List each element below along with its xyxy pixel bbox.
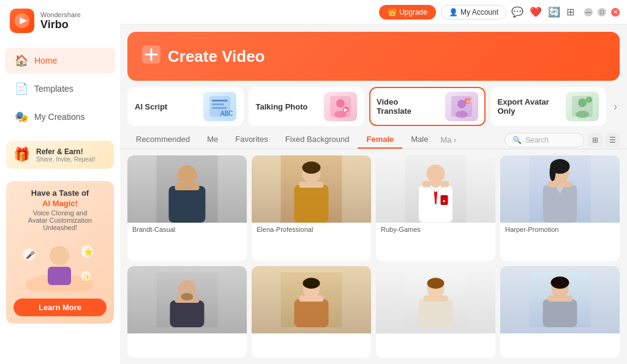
sidebar-item-creations-label: My Creations [34,112,84,122]
grid-icon[interactable]: ⊞ [566,6,574,18]
create-video-icon [142,45,160,68]
grid-view-button[interactable]: ⊞ [588,133,603,147]
tab-male[interactable]: Male [402,131,437,149]
feature-card-export-avatar[interactable]: Export Avatar Only ↑ [490,87,607,126]
list-view-button[interactable]: ☰ [605,133,620,147]
avatar-img-ruby: ★ [376,155,495,223]
refer-title: Refer & Earn! [36,147,96,156]
refresh-icon[interactable]: 🔄 [548,6,560,18]
svg-rect-4 [48,267,71,285]
svg-rect-60 [170,300,205,327]
titlebar-icons: 💬 ❤️ 🔄 ⊞ [511,6,574,18]
search-placeholder: Search [525,136,549,144]
promo-highlight: AI Magic! [13,199,107,208]
svg-rect-46 [422,181,449,187]
avatar-tabs: Recommended Me Favorites Fixed Backgroun… [120,126,627,149]
svg-rect-66 [299,295,324,302]
create-video-banner[interactable]: Create Video [127,32,620,81]
svg-text:AB: AB [466,99,472,103]
avatar-img-5 [127,266,247,333]
svg-point-72 [427,278,445,289]
avatar-label-elena: Elena-Professional [252,223,371,236]
maximize-button[interactable]: □ [598,8,606,17]
avatar-card-7[interactable] [376,266,495,358]
talking-photo-thumb: ▶ [324,92,357,121]
feature-card-talking-photo[interactable]: Talking Photo ▶ [249,87,365,126]
video-translate-label: VideoTranslate [377,97,440,116]
svg-text:ABC: ABC [220,110,233,117]
refer-sub: Share, Invite, Repeat! [36,156,96,163]
svg-rect-54 [548,181,573,187]
talking-photo-label: Talking Photo [256,102,320,111]
promo-sub: Voice Cloning and Avatar Customization U… [13,209,107,231]
svg-text:✨: ✨ [83,273,91,281]
minimize-button[interactable]: — [584,8,593,17]
account-icon: 👤 [449,8,458,17]
svg-text:★: ★ [442,199,446,203]
avatar-card-elena[interactable]: Elena-Professional [252,155,371,261]
main-content: 👑 Upgrade 👤 My Account 💬 ❤️ 🔄 ⊞ — □ ✕ [120,0,627,364]
tab-favorites[interactable]: Favorites [227,131,276,149]
svg-point-77 [551,277,569,289]
svg-rect-71 [424,295,448,302]
search-box[interactable]: 🔍 Search [505,133,584,147]
svg-point-44 [427,165,445,183]
upgrade-button[interactable]: 👑 Upgrade [379,5,436,20]
feature-card-ai-script[interactable]: AI Script ABC [127,87,244,126]
avatar-img-harper [500,155,620,223]
account-button[interactable]: 👤 My Account [441,5,506,20]
tab-female[interactable]: Female [358,131,402,149]
feature-cards-row: AI Script ABC Talking Photo [120,81,627,126]
avatar-card-harper[interactable]: Harper-Promotion [500,155,620,261]
app-logo [10,9,34,33]
sidebar-navigation: 🏠 Home 📄 Templates 🎭 My Creations [0,42,120,136]
chat-icon[interactable]: 💬 [511,6,524,18]
tab-recommended[interactable]: Recommended [127,131,198,149]
svg-rect-70 [419,299,453,327]
avatar-card-brandt[interactable]: Brandt-Casual [127,155,247,261]
search-area: 🔍 Search ⊞ ☰ [505,133,620,147]
tab-more[interactable]: Ma › [437,132,460,148]
avatar-grid: Brandt-Casual [120,149,627,364]
feedback-icon[interactable]: ❤️ [530,6,542,18]
promo-banner: Have a Taste of AI Magic! Voice Cloning … [6,181,114,324]
svg-rect-17 [212,107,227,109]
crown-icon: 👑 [388,8,397,17]
learn-more-button[interactable]: Learn More [13,299,107,316]
feature-card-video-translate[interactable]: VideoTranslate AB [369,87,486,126]
sidebar-item-templates[interactable]: 📄 Templates [5,76,115,102]
create-video-label: Create Video [168,47,265,66]
svg-text:↑: ↑ [587,97,590,103]
svg-rect-41 [299,182,324,188]
avatar-img-elena [252,155,371,223]
tab-fixed-background[interactable]: Fixed Background [277,131,358,149]
avatar-card-5[interactable] [127,266,247,358]
refer-banner[interactable]: 🎁 Refer & Earn! Share, Invite, Repeat! [6,141,114,169]
avatar-img-6 [252,266,371,333]
avatar-card-8[interactable] [500,266,620,358]
cards-next-arrow[interactable]: › [611,87,620,126]
svg-point-67 [303,278,320,289]
avatar-img-brandt [127,155,247,223]
sidebar-item-templates-label: Templates [34,84,73,94]
sidebar-item-my-creations[interactable]: 🎭 My Creations [5,104,115,130]
logo-text: Wondershare Virbo [40,11,81,31]
svg-rect-75 [543,299,577,327]
avatar-card-6[interactable] [252,266,371,358]
svg-point-3 [50,246,69,266]
video-translate-thumb: AB [445,92,478,121]
svg-text:🎤: 🎤 [26,250,35,259]
svg-point-25 [457,100,466,108]
tab-me[interactable]: Me [198,131,227,149]
ai-script-thumb: ABC [203,92,236,121]
avatar-card-ruby[interactable]: ★ Ruby-Games [376,155,495,261]
titlebar: 👑 Upgrade 👤 My Account 💬 ❤️ 🔄 ⊞ — □ ✕ [120,0,627,24]
svg-rect-36 [169,186,206,223]
svg-point-30 [578,98,587,107]
svg-rect-76 [548,295,573,302]
close-button[interactable]: ✕ [611,8,620,17]
svg-point-42 [302,162,321,174]
sidebar-item-home[interactable]: 🏠 Home [5,48,115,73]
refer-icon: 🎁 [13,147,30,163]
templates-icon: 📄 [15,82,28,95]
